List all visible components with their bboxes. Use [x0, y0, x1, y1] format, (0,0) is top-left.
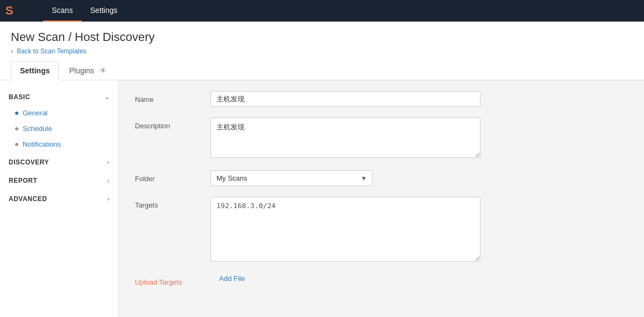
breadcrumb-label: Back to Scan Templates — [17, 47, 86, 55]
sidebar-section-basic-header[interactable]: BASIC ⌄ — [0, 89, 118, 105]
eye-icon: 👁 — [99, 66, 107, 75]
folder-select[interactable]: My Scans Trash — [211, 170, 372, 186]
sidebar-section-advanced-header[interactable]: ADVANCED › — [0, 191, 118, 207]
page-wrapper: New Scan / Host Discovery ‹ Back to Scan… — [0, 22, 644, 317]
folder-select-wrapper: My Scans Trash ▼ — [211, 170, 372, 186]
tab-plugins-label: Plugins — [69, 66, 94, 75]
upload-targets-control: Add File — [211, 274, 480, 282]
app-logo: S — [5, 4, 32, 18]
breadcrumb[interactable]: ‹ Back to Scan Templates — [11, 47, 633, 55]
sidebar-item-schedule-label: Schedule — [23, 125, 52, 133]
sidebar-section-basic: BASIC ⌄ General Schedule Notifications — [0, 89, 118, 152]
sidebar-item-general-label: General — [23, 109, 48, 117]
sidebar-section-discovery: DISCOVERY › — [0, 154, 118, 170]
description-textarea[interactable] — [211, 118, 480, 158]
dot-icon — [15, 143, 18, 146]
form-row-folder: Folder My Scans Trash ▼ — [135, 170, 628, 186]
form-row-name: Name — [135, 91, 628, 107]
dot-icon — [15, 127, 18, 130]
sidebar-section-advanced: ADVANCED › — [0, 191, 118, 207]
chevron-right-icon: › — [107, 158, 110, 166]
description-label: Description — [135, 118, 211, 130]
nav-item-settings[interactable]: Settings — [82, 0, 126, 22]
sidebar-item-general[interactable]: General — [0, 105, 118, 121]
nav-item-scans[interactable]: Scans — [43, 0, 82, 22]
description-control — [211, 118, 480, 160]
sidebar-section-report: REPORT › — [0, 173, 118, 189]
sidebar: BASIC ⌄ General Schedule Notifications — [0, 80, 119, 317]
form-area: Name Description Folder My Scans — [119, 80, 644, 317]
upload-targets-label: Upload Targets — [135, 274, 211, 286]
targets-textarea[interactable] — [211, 197, 480, 261]
sidebar-section-discovery-header[interactable]: DISCOVERY › — [0, 154, 118, 170]
sidebar-item-notifications-label: Notifications — [23, 140, 61, 148]
folder-label: Folder — [135, 170, 211, 183]
chevron-down-icon: ⌄ — [104, 93, 110, 101]
form-row-upload-targets: Upload Targets Add File — [135, 274, 628, 286]
chevron-right-icon: › — [107, 195, 110, 203]
tab-plugins[interactable]: Plugins 👁 — [60, 61, 116, 80]
top-navigation: S Scans Settings — [0, 0, 644, 22]
add-file-button[interactable]: Add File — [219, 274, 245, 282]
sidebar-section-report-label: REPORT — [9, 177, 37, 184]
dot-icon — [15, 112, 18, 115]
name-input[interactable] — [211, 91, 480, 107]
targets-label: Targets — [135, 197, 211, 209]
breadcrumb-arrow-icon: ‹ — [11, 47, 13, 55]
tab-settings[interactable]: Settings — [11, 61, 59, 80]
tabs: Settings Plugins 👁 — [11, 61, 633, 80]
folder-control: My Scans Trash ▼ — [211, 170, 480, 186]
form-row-description: Description — [135, 118, 628, 160]
form-row-targets: Targets — [135, 197, 628, 263]
name-control — [211, 91, 480, 107]
targets-control — [211, 197, 480, 263]
chevron-right-icon: › — [107, 177, 110, 184]
main-content: BASIC ⌄ General Schedule Notifications — [0, 80, 644, 317]
sidebar-item-schedule[interactable]: Schedule — [0, 121, 118, 136]
sidebar-section-report-header[interactable]: REPORT › — [0, 173, 118, 189]
sidebar-section-basic-label: BASIC — [9, 93, 30, 101]
page-header: New Scan / Host Discovery ‹ Back to Scan… — [0, 22, 644, 80]
sidebar-section-discovery-label: DISCOVERY — [9, 158, 49, 166]
page-title: New Scan / Host Discovery — [11, 30, 633, 44]
sidebar-section-advanced-label: ADVANCED — [9, 195, 47, 203]
sidebar-item-notifications[interactable]: Notifications — [0, 136, 118, 152]
name-label: Name — [135, 91, 211, 104]
